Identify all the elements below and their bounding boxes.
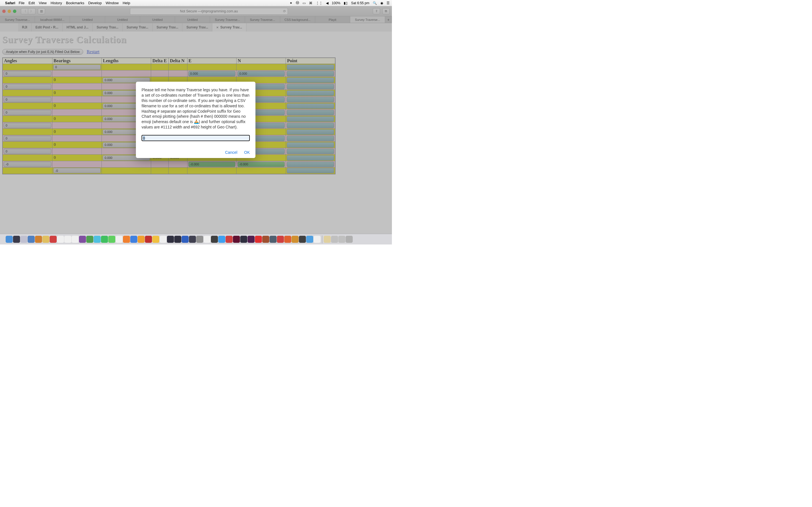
dialog-message: Please tell me how many Traverse legs yo… (142, 87, 250, 130)
menu-file[interactable]: File (18, 1, 24, 5)
dock-app-icon[interactable] (284, 236, 291, 243)
clock[interactable]: Sat 6:55 pm (351, 1, 369, 5)
dock-app-icon[interactable] (225, 236, 233, 243)
dock-app-icon[interactable] (218, 236, 225, 243)
dock-app-icon[interactable] (57, 236, 64, 243)
dock-app-icon[interactable] (174, 236, 181, 243)
dock-app-icon[interactable] (152, 236, 159, 243)
menu-develop[interactable]: Develop (88, 1, 102, 5)
dock-app-icon[interactable] (324, 236, 331, 243)
ok-button[interactable]: OK (244, 150, 250, 155)
dock-app-icon[interactable] (35, 236, 42, 243)
dock-app-icon[interactable] (50, 236, 57, 243)
wifi-icon[interactable]: ⋮⋮ (316, 1, 322, 5)
dock-app-icon[interactable] (269, 236, 276, 243)
dock-app-icon[interactable] (138, 236, 145, 243)
dock-app-icon[interactable] (189, 236, 196, 243)
dock-app-icon[interactable] (306, 236, 313, 243)
dock-app-icon[interactable] (262, 236, 269, 243)
dialog-input[interactable] (142, 135, 250, 141)
dock-app-icon[interactable] (277, 236, 284, 243)
dock-app-icon[interactable] (233, 236, 240, 243)
dock-app-icon[interactable] (64, 236, 71, 243)
spotlight-icon[interactable]: 🔍 (373, 1, 377, 5)
notification-icon[interactable]: ☰ (387, 1, 390, 5)
dock-app-icon[interactable] (79, 236, 86, 243)
dock-app-icon[interactable] (196, 236, 203, 243)
dock-app-icon[interactable] (130, 236, 137, 243)
dock-app-icon[interactable] (123, 236, 130, 243)
dock-app-icon[interactable] (299, 236, 306, 243)
menu-view[interactable]: View (39, 1, 47, 5)
dock-app-icon[interactable] (20, 236, 28, 243)
dock-app-icon[interactable] (204, 236, 211, 243)
dock-app-icon[interactable] (331, 236, 338, 243)
bluetooth-icon[interactable]: ⌘ (309, 1, 312, 5)
dock-app-icon[interactable] (182, 236, 189, 243)
dock-app-icon[interactable] (13, 236, 20, 243)
app-name[interactable]: Safari (5, 1, 15, 5)
status-icon-1[interactable]: ✦ (290, 1, 292, 5)
dock-app-icon[interactable] (108, 236, 115, 243)
menu-edit[interactable]: Edit (29, 1, 35, 5)
dock-app-icon[interactable] (255, 236, 262, 243)
dock-app-icon[interactable] (145, 236, 152, 243)
prompt-dialog: Please tell me how many Traverse legs yo… (136, 82, 255, 158)
dock-app-icon[interactable] (167, 236, 174, 243)
battery-text: 100% (332, 1, 341, 5)
menu-help[interactable]: Help (123, 1, 130, 5)
dock-app-icon[interactable] (346, 236, 353, 243)
display-icon[interactable]: ▭ (303, 1, 306, 5)
dock-app-icon[interactable] (313, 236, 320, 243)
menu-bookmarks[interactable]: Bookmarks (66, 1, 84, 5)
dock-app-icon[interactable] (71, 236, 79, 243)
menu-history[interactable]: History (50, 1, 62, 5)
menu-window[interactable]: Window (106, 1, 119, 5)
dock-app-icon[interactable] (116, 236, 123, 243)
dock-app-icon[interactable] (28, 236, 35, 243)
dock-app-icon[interactable] (240, 236, 247, 243)
dock-app-icon[interactable] (248, 236, 255, 243)
menubar: Safari File Edit View History Bookmarks … (0, 0, 392, 6)
siri-icon[interactable]: ◉ (380, 1, 383, 5)
dock-app-icon[interactable] (94, 236, 101, 243)
volume-icon[interactable]: ◀ (326, 1, 328, 5)
dock-app-icon[interactable] (101, 236, 108, 243)
dock-app-icon[interactable] (6, 236, 13, 243)
dock-app-icon[interactable] (42, 236, 49, 243)
dock-app-icon[interactable] (160, 236, 167, 243)
dock-app-icon[interactable] (292, 236, 299, 243)
dock-app-icon[interactable] (338, 236, 345, 243)
dock-app-icon[interactable] (211, 236, 218, 243)
battery-icon[interactable]: ▮▯ (344, 1, 348, 5)
cancel-button[interactable]: Cancel (225, 150, 238, 155)
dock-app-icon[interactable] (86, 236, 93, 243)
dock (0, 234, 392, 244)
status-icon-2[interactable]: Ⓜ (296, 1, 299, 5)
